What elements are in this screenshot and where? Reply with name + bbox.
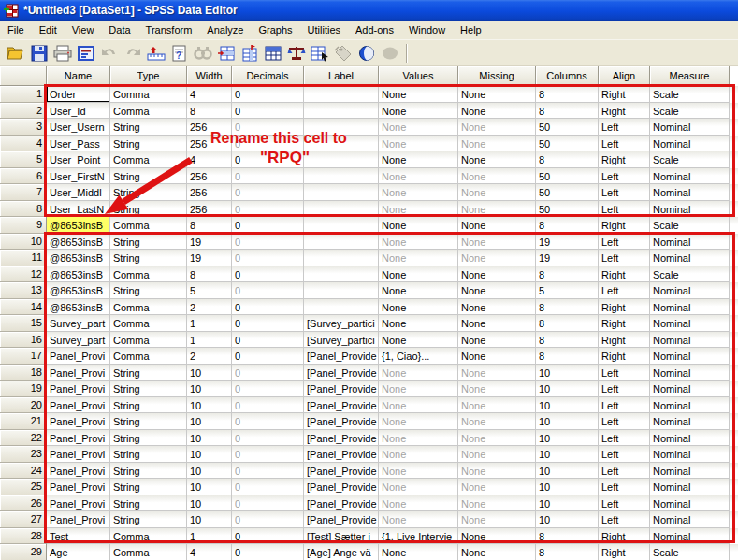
cell-type[interactable]: Comma: [110, 86, 187, 103]
cell-missing[interactable]: None: [458, 381, 536, 397]
cell-measure[interactable]: Nominal: [650, 136, 730, 152]
cell-width[interactable]: 10: [187, 495, 232, 512]
cell-name[interactable]: User_Id: [47, 103, 110, 120]
cell-decimals[interactable]: 0: [232, 299, 304, 316]
cell-decimals[interactable]: 0: [232, 413, 304, 430]
cell-label[interactable]: [Panel_Provide: [304, 479, 379, 495]
cell-label[interactable]: [Panel_Provide: [304, 430, 379, 447]
cell-values[interactable]: None: [379, 217, 458, 234]
cell-name[interactable]: Survey_part: [47, 315, 110, 332]
cell-measure[interactable]: Nominal: [650, 413, 730, 430]
row-number-cell[interactable]: 13: [0, 282, 47, 299]
cell-decimals[interactable]: 0: [232, 86, 304, 103]
cell-name[interactable]: Panel_Provi: [47, 348, 110, 365]
cell-decimals[interactable]: 0: [232, 365, 304, 381]
cell-width[interactable]: 4: [187, 86, 232, 103]
cell-width[interactable]: 4: [187, 544, 232, 560]
cell-measure[interactable]: Nominal: [650, 463, 730, 480]
cell-missing[interactable]: None: [458, 332, 536, 349]
cell-align[interactable]: Left: [599, 381, 650, 397]
cell-missing[interactable]: None: [458, 463, 536, 480]
cell-label[interactable]: [Test] Sætter i: [304, 528, 379, 545]
cell-name[interactable]: @8653insB: [47, 217, 110, 234]
cell-values[interactable]: None: [379, 282, 458, 299]
cell-width[interactable]: 256: [187, 201, 232, 218]
column-header-measure[interactable]: Measure: [650, 66, 730, 86]
cell-measure[interactable]: Nominal: [650, 479, 730, 495]
cell-type[interactable]: String: [110, 282, 187, 299]
cell-missing[interactable]: None: [458, 217, 536, 234]
cell-measure[interactable]: Nominal: [650, 528, 730, 545]
column-header-width[interactable]: Width: [187, 66, 232, 86]
cell-decimals[interactable]: 0: [232, 381, 304, 397]
cell-name[interactable]: User_Middl: [47, 184, 110, 201]
cell-measure[interactable]: Nominal: [650, 332, 730, 349]
cell-label[interactable]: [304, 184, 379, 201]
cell-measure[interactable]: Nominal: [650, 201, 730, 218]
cell-type[interactable]: String: [110, 184, 187, 201]
cell-type[interactable]: Comma: [110, 299, 187, 316]
cell-values[interactable]: None: [379, 119, 458, 136]
cell-measure[interactable]: Nominal: [650, 184, 730, 201]
cell-align[interactable]: Left: [599, 479, 650, 495]
row-number-cell[interactable]: 26: [0, 495, 47, 512]
cell-measure[interactable]: Scale: [650, 86, 730, 103]
cell-label[interactable]: [Panel_Provide: [304, 381, 379, 397]
cell-align[interactable]: Right: [599, 315, 650, 332]
column-header-decimals[interactable]: Decimals: [232, 66, 304, 86]
cell-align[interactable]: Left: [599, 250, 650, 266]
cell-label[interactable]: [Panel_Provide: [304, 446, 379, 463]
row-number-cell[interactable]: 12: [0, 266, 47, 283]
cell-type[interactable]: String: [110, 234, 187, 251]
insert-cases-icon[interactable]: [214, 42, 238, 65]
open-file-icon[interactable]: [4, 42, 27, 65]
cell-align[interactable]: Left: [599, 511, 650, 528]
column-header-align[interactable]: Align: [599, 66, 650, 86]
menu-data[interactable]: Data: [101, 22, 137, 38]
cell-measure[interactable]: Nominal: [650, 446, 730, 463]
cell-label[interactable]: [304, 266, 379, 283]
row-number-cell[interactable]: 28: [0, 528, 47, 545]
variables-icon[interactable]: ?: [167, 42, 191, 65]
row-number-cell[interactable]: 18: [0, 365, 47, 381]
row-number-cell[interactable]: 5: [0, 151, 47, 168]
cell-values[interactable]: None: [379, 234, 458, 251]
cell-align[interactable]: Right: [599, 299, 650, 316]
cell-decimals[interactable]: 0: [232, 266, 304, 283]
cell-width[interactable]: 8: [187, 217, 232, 234]
goto-case-icon[interactable]: [144, 42, 167, 65]
cell-width[interactable]: 10: [187, 511, 232, 528]
cell-type[interactable]: Comma: [110, 266, 187, 283]
column-header-missing[interactable]: Missing: [458, 66, 536, 86]
row-number-cell[interactable]: 27: [0, 511, 47, 528]
cell-name[interactable]: User_LastN: [47, 201, 110, 218]
cell-values[interactable]: None: [379, 103, 458, 120]
cell-decimals[interactable]: 0: [232, 348, 304, 365]
cell-columns[interactable]: 8: [536, 332, 599, 349]
cell-name[interactable]: Panel_Provi: [47, 463, 110, 480]
cell-missing[interactable]: None: [458, 250, 536, 266]
cell-decimals[interactable]: 0: [232, 103, 304, 120]
cell-name[interactable]: Panel_Provi: [47, 381, 110, 397]
cell-missing[interactable]: None: [458, 119, 536, 136]
cell-values[interactable]: None: [379, 168, 458, 185]
cell-name[interactable]: Panel_Provi: [47, 479, 110, 495]
cell-name[interactable]: Test: [47, 528, 110, 545]
cell-type[interactable]: String: [110, 463, 187, 480]
cell-measure[interactable]: Scale: [650, 151, 730, 168]
cell-align[interactable]: Right: [599, 86, 650, 103]
cell-label[interactable]: [Panel_Provide: [304, 348, 379, 365]
cell-align[interactable]: Left: [599, 136, 650, 152]
cell-values[interactable]: None: [379, 397, 458, 414]
cell-columns[interactable]: 10: [536, 479, 599, 495]
cell-align[interactable]: Right: [599, 151, 650, 168]
cell-measure[interactable]: Nominal: [650, 315, 730, 332]
cell-values[interactable]: None: [379, 446, 458, 463]
cell-missing[interactable]: None: [458, 365, 536, 381]
cell-name[interactable]: @8653insB: [47, 299, 110, 316]
row-number-cell[interactable]: 24: [0, 463, 47, 480]
cell-type[interactable]: String: [110, 119, 187, 136]
cell-missing[interactable]: None: [458, 168, 536, 185]
cell-type[interactable]: String: [110, 250, 187, 266]
cell-missing[interactable]: None: [458, 315, 536, 332]
